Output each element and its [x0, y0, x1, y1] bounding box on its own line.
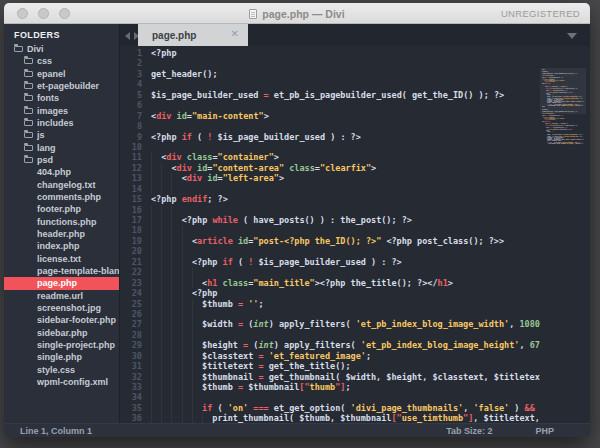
sidebar-file-license.txt[interactable]: license.txt [4, 253, 119, 265]
sidebar-folder-images[interactable]: images [4, 105, 119, 117]
tab-scroll-left-icon[interactable] [125, 32, 130, 40]
folder-icon [24, 120, 33, 126]
line-number: 15 [120, 194, 142, 204]
code-line: $titletext = get_the_title(); [151, 361, 590, 371]
code-line: $height = (int) apply_filters( 'et_pb_in… [151, 340, 590, 350]
code-line: $thumbnail = get_thumbnail( $width, $hei… [151, 372, 590, 382]
sidebar-folder-psd[interactable]: psd [4, 154, 119, 166]
sidebar-item-label: style.css [37, 365, 75, 375]
sidebar-item-label: page.php [37, 278, 77, 288]
line-number: 28 [120, 330, 142, 340]
sidebar-file-single.php[interactable]: single.php [4, 351, 119, 363]
sidebar-file-sidebar-footer.php[interactable]: sidebar-footer.php [4, 314, 119, 326]
code-line [151, 58, 590, 68]
sidebar-folder-includes[interactable]: includes [4, 117, 119, 129]
sidebar-file-footer.php[interactable]: footer.php [4, 203, 119, 215]
line-number: 14 [120, 184, 142, 194]
line-number: 29 [120, 340, 142, 350]
folder-icon [24, 71, 33, 77]
sidebar-item-label: sidebar-footer.php [37, 315, 116, 325]
sidebar-items: Divicssepanelet-pagebuilderfontsimagesin… [4, 43, 119, 388]
code-line [151, 205, 590, 215]
sidebar-folder-lang[interactable]: lang [4, 142, 119, 154]
syntax-indicator[interactable]: PHP [535, 426, 554, 436]
code-line: $classtext = 'et_featured_image'; [151, 351, 590, 361]
line-number: 13 [120, 173, 142, 183]
tab-label: page.php [152, 30, 196, 41]
sidebar-folder-Divi[interactable]: Divi [4, 43, 119, 55]
sidebar-item-label: comments.php [37, 192, 101, 202]
line-number: 23 [120, 278, 142, 288]
cursor-position-label: Line 1, Column 1 [4, 426, 92, 436]
sidebar-folder-epanel[interactable]: epanel [4, 68, 119, 80]
sidebar-folder-fonts[interactable]: fonts [4, 92, 119, 104]
sidebar-file-404.php[interactable]: 404.php [4, 166, 119, 178]
sidebar-file-changelog.txt[interactable]: changelog.txt [4, 179, 119, 191]
code-line [151, 267, 590, 277]
line-number: 10 [120, 142, 142, 152]
sidebar-item-label: page-template-blank.php [37, 266, 119, 276]
line-number: 9 [120, 132, 142, 142]
sidebar-item-label: js [37, 130, 45, 140]
line-number: 17 [120, 215, 142, 225]
line-number: 34 [120, 392, 142, 402]
app-window: page.php — Divi UNREGISTERED FOLDERS Div… [4, 3, 590, 437]
sidebar-file-sidebar.php[interactable]: sidebar.php [4, 327, 119, 339]
minimap[interactable]: <?phpget_header();$is_page_builder_used … [540, 68, 590, 423]
sidebar-file-comments.php[interactable]: comments.php [4, 191, 119, 203]
sidebar-file-readme.url[interactable]: readme.url [4, 290, 119, 302]
tab-size-indicator[interactable]: Tab Size: 2 [446, 426, 492, 436]
sidebar-file-style.css[interactable]: style.css [4, 364, 119, 376]
code-line: <?php [151, 48, 590, 58]
code-line: <div id="content-area" class="clearfix"> [151, 163, 590, 173]
line-number: 6 [120, 100, 142, 110]
code-line [151, 246, 590, 256]
code-editor[interactable]: 1234567891011121314151617181920212223242… [120, 46, 590, 423]
sidebar-file-index.php[interactable]: index.php [4, 240, 119, 252]
line-number: 8 [120, 121, 142, 131]
sidebar-item-label: license.txt [37, 254, 81, 264]
line-number: 19 [120, 236, 142, 246]
folder-icon [24, 95, 33, 101]
line-number: 25 [120, 299, 142, 309]
sidebar-file-header.php[interactable]: header.php [4, 228, 119, 240]
sidebar-item-label: wpml-config.xml [37, 377, 108, 387]
code-line: if ( 'on' === et_get_option( 'divi_page_… [151, 403, 590, 413]
sidebar-folder-et-pagebuilder[interactable]: et-pagebuilder [4, 80, 119, 92]
code-line [151, 184, 590, 194]
sidebar-item-label: footer.php [37, 204, 81, 214]
sidebar-folder-css[interactable]: css [4, 55, 119, 67]
sidebar: FOLDERS Divicssepanelet-pagebuilderfonts… [4, 24, 120, 423]
sidebar-file-page-template-blank.php[interactable]: page-template-blank.php [4, 265, 119, 277]
folder-icon [24, 132, 33, 138]
sidebar-file-wpml-config.xml[interactable]: wpml-config.xml [4, 376, 119, 388]
line-number: 16 [120, 205, 142, 215]
overflow-menu-icon[interactable] [567, 33, 577, 39]
tab-page-php[interactable]: page.php ✕ [138, 24, 248, 46]
sidebar-item-label: fonts [37, 93, 59, 103]
line-number: 7 [120, 111, 142, 121]
code-line [151, 392, 590, 402]
line-number: 1 [120, 48, 142, 58]
sidebar-item-label: sidebar.php [37, 328, 88, 338]
sidebar-item-label: css [37, 56, 52, 66]
sidebar-folder-js[interactable]: js [4, 129, 119, 141]
code-line [151, 330, 590, 340]
code-line: <article id="post-<?php the_ID(); ?>" <?… [151, 236, 590, 246]
sidebar-item-label: changelog.txt [37, 180, 96, 190]
sidebar-file-page.php[interactable]: page.php [4, 277, 119, 289]
line-number: 3 [120, 69, 142, 79]
sidebar-item-label: et-pagebuilder [37, 81, 99, 91]
line-number: 27 [120, 319, 142, 329]
sidebar-file-single-project.php[interactable]: single-project.php [4, 339, 119, 351]
code-line [151, 142, 590, 152]
sidebar-file-screenshot.jpg[interactable]: screenshot.jpg [4, 302, 119, 314]
gutter: 1234567891011121314151617181920212223242… [120, 48, 148, 423]
code-line [151, 225, 590, 235]
tab-close-icon[interactable]: ✕ [231, 28, 239, 39]
code-line: <?php if ( ! $is_page_builder_used ) : ?… [151, 132, 590, 142]
code-line [151, 100, 590, 110]
code-line: print_thumbnail( $thumb, $thumbnail["use… [151, 413, 590, 423]
sidebar-file-functions.php[interactable]: functions.php [4, 216, 119, 228]
line-number: 11 [120, 152, 142, 162]
